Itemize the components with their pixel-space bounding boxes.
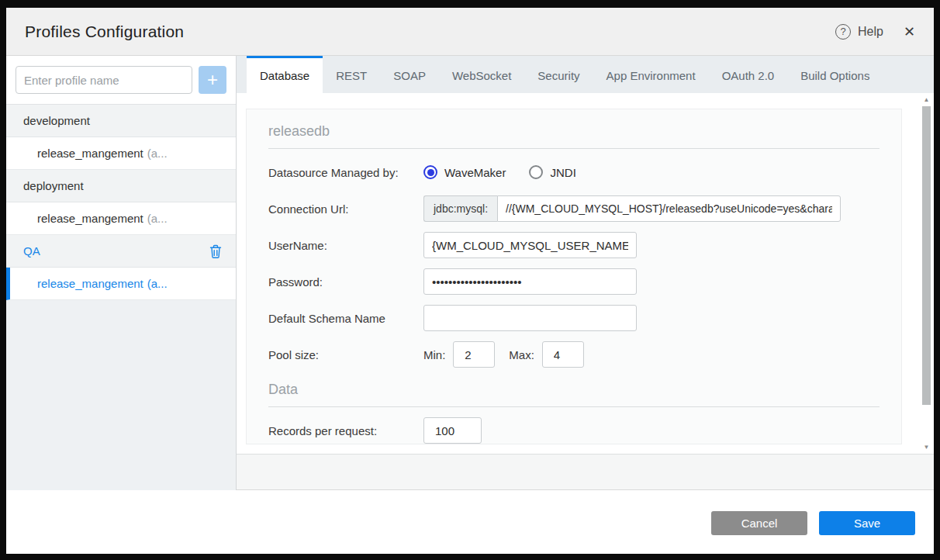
radio-jndi[interactable]: JNDI: [529, 165, 575, 179]
service-label: release_mangement: [37, 277, 143, 290]
service-label: release_mangement: [37, 147, 143, 160]
help-button[interactable]: ? Help: [835, 24, 883, 40]
profile-detail-panel: Database REST SOAP WebSocket Security Ap…: [237, 56, 934, 490]
profiles-sidebar: + development release_mangement (a... de…: [6, 56, 237, 490]
pool-max-input[interactable]: [542, 341, 584, 368]
tab-label: REST: [336, 69, 367, 82]
divider: [268, 406, 880, 407]
schema-label: Default Schema Name: [268, 312, 423, 325]
database-config-card: releasedb Datasource Managed by: WaveMak…: [246, 109, 902, 444]
sidebar-item-qa-release-mangement[interactable]: release_mangement (a...: [6, 268, 236, 300]
scroll-up-icon[interactable]: ▲: [921, 96, 932, 103]
schema-input[interactable]: [423, 305, 637, 331]
pool-size-label: Pool size:: [268, 348, 423, 361]
dialog-body: + development release_mangement (a... de…: [6, 56, 934, 490]
password-input[interactable]: [423, 268, 637, 295]
radio-wavemaker-label: WaveMaker: [444, 166, 506, 179]
tab-label: SOAP: [393, 69, 426, 82]
save-button[interactable]: Save: [819, 511, 915, 535]
service-label-suffix: (a...: [147, 147, 168, 160]
db-section-title: releasedb: [268, 123, 880, 140]
service-label-suffix: (a...: [147, 212, 168, 225]
cancel-button[interactable]: Cancel: [711, 511, 807, 535]
username-label: UserName:: [268, 239, 423, 252]
dialog-footer: Cancel Save: [6, 490, 934, 554]
records-per-request-row: Records per request:: [268, 417, 880, 444]
profile-group-label: QA: [23, 244, 40, 258]
tab-build-options[interactable]: Build Options: [787, 56, 883, 93]
help-label: Help: [858, 25, 883, 39]
tab-content-database: releasedb Datasource Managed by: WaveMak…: [237, 93, 934, 454]
page-title: Profiles Configuration: [25, 22, 184, 41]
service-label: release_mangement: [37, 212, 143, 225]
help-icon: ?: [835, 24, 851, 40]
data-section-title: Data: [268, 382, 880, 398]
username-row: UserName:: [268, 232, 880, 258]
plus-icon: +: [207, 71, 218, 89]
pool-min-label: Min:: [423, 348, 445, 361]
add-profile-button[interactable]: +: [199, 66, 226, 94]
tab-bar: Database REST SOAP WebSocket Security Ap…: [237, 56, 934, 93]
profiles-configuration-dialog: Profiles Configuration ? Help ✕ +: [6, 8, 934, 554]
profile-name-input[interactable]: [16, 66, 192, 94]
datasource-label: Datasource Managed by:: [268, 166, 423, 179]
tab-label: Security: [537, 69, 579, 82]
screen-background: Profiles Configuration ? Help ✕ +: [0, 0, 940, 560]
service-label-suffix: (a...: [147, 277, 168, 290]
password-row: Password:: [268, 268, 880, 295]
connection-url-prefix: jdbc:mysql:: [423, 195, 497, 222]
radio-unchecked-icon: [529, 165, 543, 179]
tab-label: App Environment: [607, 69, 696, 82]
tab-websocket[interactable]: WebSocket: [439, 56, 524, 93]
connection-url-input[interactable]: [497, 195, 841, 222]
pool-min-input[interactable]: [453, 341, 495, 368]
tab-soap[interactable]: SOAP: [380, 56, 439, 93]
close-icon[interactable]: ✕: [904, 25, 915, 39]
tab-label: OAuth 2.0: [722, 69, 775, 82]
header-actions: ? Help ✕: [835, 24, 915, 40]
tab-label: Database: [260, 69, 309, 82]
datasource-row: Datasource Managed by: WaveMaker JNDI: [268, 159, 880, 185]
profile-group-label: development: [23, 114, 90, 127]
connection-url-label: Connection Url:: [268, 202, 423, 216]
radio-dot: [533, 169, 540, 176]
tab-label: WebSocket: [452, 69, 511, 82]
vertical-scrollbar[interactable]: ▲ ▼: [921, 95, 932, 452]
records-per-request-label: Records per request:: [268, 424, 423, 437]
pool-size-row: Pool size: Min: Max:: [268, 341, 880, 368]
delete-profile-button[interactable]: [209, 244, 222, 258]
tab-label: Build Options: [800, 69, 869, 82]
radio-wavemaker[interactable]: WaveMaker: [423, 165, 506, 179]
schema-row: Default Schema Name: [268, 305, 880, 331]
sidebar-item-deployment-release-mangement[interactable]: release_mangement (a...: [6, 202, 236, 235]
tab-oauth-2-0[interactable]: OAuth 2.0: [709, 56, 788, 93]
tab-rest[interactable]: REST: [323, 56, 380, 93]
radio-dot: [427, 169, 434, 176]
sidebar-item-deployment[interactable]: deployment: [6, 170, 236, 202]
trash-icon: [209, 244, 222, 258]
username-input[interactable]: [423, 232, 637, 258]
profile-group-label: deployment: [23, 179, 84, 192]
sidebar-item-development-release-mangement[interactable]: release_mangement (a...: [6, 137, 236, 170]
connection-url-group: jdbc:mysql:: [423, 195, 841, 222]
sidebar-item-development[interactable]: development: [6, 105, 236, 137]
tab-security[interactable]: Security: [524, 56, 593, 93]
panel-bottom-strip: [237, 454, 934, 490]
add-profile-row: +: [6, 56, 236, 105]
tab-app-environment[interactable]: App Environment: [593, 56, 709, 93]
divider: [268, 148, 880, 149]
radio-checked-icon: [423, 165, 437, 179]
scroll-down-icon[interactable]: ▼: [921, 444, 932, 451]
dialog-header: Profiles Configuration ? Help ✕: [6, 8, 934, 56]
sidebar-item-qa[interactable]: QA: [6, 235, 236, 268]
records-per-request-input[interactable]: [423, 417, 482, 444]
scrollbar-thumb[interactable]: [922, 106, 931, 405]
radio-jndi-label: JNDI: [550, 166, 575, 179]
tab-database[interactable]: Database: [247, 56, 323, 93]
password-label: Password:: [268, 275, 423, 289]
connection-url-row: Connection Url: jdbc:mysql:: [268, 195, 880, 222]
pool-max-label: Max:: [509, 348, 534, 361]
